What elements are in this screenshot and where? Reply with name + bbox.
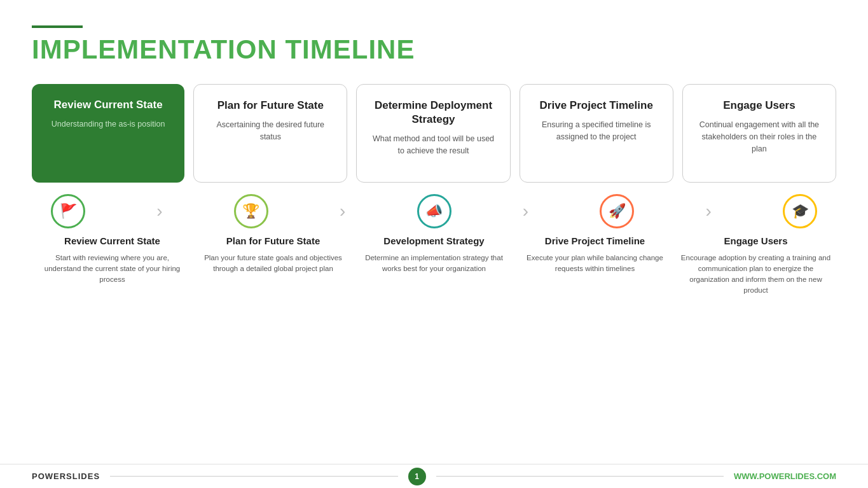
timeline-arrow-3: › [451, 201, 600, 221]
bottom-title-2: Plan for Future State [198, 235, 348, 247]
timeline-row: 🚩 › 🏆 › 📣 › 🚀 › [32, 194, 836, 228]
top-cards-row: Review Current State Understanding the a… [32, 84, 836, 183]
bottom-item-drive: Drive Project Timeline Execute your plan… [514, 235, 675, 296]
card-drive-project-timeline: Drive Project Timeline Ensuring a specif… [520, 84, 673, 183]
header-accent-line [32, 25, 83, 28]
rocket-icon: 🚀 [609, 203, 626, 220]
timeline-node-2: 🏆 [234, 194, 268, 228]
footer-brand-left: POWERSLIDES [32, 471, 100, 481]
bottom-labels-row: Review Current State Start with reviewin… [32, 235, 836, 296]
bottom-item-review: Review Current State Start with reviewin… [32, 235, 193, 296]
card-3-desc: What method and tool will be used to ach… [368, 133, 498, 157]
bottom-title-4: Drive Project Timeline [520, 235, 670, 247]
card-determine-deployment: Determine Deployment Strategy What metho… [356, 84, 510, 183]
timeline-node-4: 🚀 [600, 194, 634, 228]
card-3-title: Determine Deployment Strategy [368, 99, 498, 127]
footer-brand-right: WWW.POWERLIDES.COM [734, 471, 836, 481]
timeline-circle-4: 🚀 [600, 194, 634, 228]
footer-page-number: 1 [408, 468, 426, 485]
bottom-desc-1: Start with reviewing where you are, unde… [37, 253, 188, 286]
title-black: IMPLEMENTATION [32, 34, 285, 64]
bottom-title-3: Development Strategy [359, 235, 509, 247]
timeline-circle-2: 🏆 [234, 194, 268, 228]
card-1-title: Review Current State [43, 98, 173, 112]
timeline-arrow-1: › [85, 201, 234, 221]
megaphone-icon: 📣 [425, 203, 443, 220]
bottom-title-5: Engage Users [680, 235, 831, 247]
timeline-arrow-2: › [268, 201, 417, 221]
footer-line-left [110, 476, 397, 477]
card-5-title: Engage Users [694, 99, 824, 113]
bottom-item-engage: Engage Users Encourage adoption by creat… [675, 235, 836, 296]
bottom-item-plan: Plan for Future State Plan your future s… [193, 235, 354, 296]
card-engage-users: Engage Users Continual engagement with a… [682, 84, 836, 183]
header: IMPLEMENTATION TIMELINE [32, 25, 836, 65]
bottom-item-development: Development Strategy Determine an implem… [354, 235, 514, 296]
card-plan-future-state: Plan for Future State Ascertaining the d… [193, 84, 347, 183]
timeline-node-1: 🚩 [51, 194, 85, 228]
timeline-node-5: 🎓 [783, 194, 817, 228]
bottom-desc-5: Encourage adoption by creating a trainin… [680, 253, 831, 296]
timeline-arrow-4: › [634, 201, 783, 221]
card-2-title: Plan for Future State [205, 99, 335, 113]
timeline-circle-1: 🚩 [51, 194, 85, 228]
chevron-right-icon-4: › [705, 201, 711, 221]
timeline-circle-5: 🎓 [783, 194, 817, 228]
bottom-desc-3: Determine an implementation strategy tha… [359, 253, 509, 275]
trophy-icon: 🏆 [242, 203, 259, 220]
card-1-desc: Understanding the as-is position [43, 118, 173, 130]
page-title: IMPLEMENTATION TIMELINE [32, 34, 836, 65]
timeline-circle-3: 📣 [417, 194, 451, 228]
card-review-current-state: Review Current State Understanding the a… [32, 84, 184, 183]
card-2-desc: Ascertaining the desired future status [205, 119, 335, 143]
footer: POWERSLIDES 1 WWW.POWERLIDES.COM [0, 464, 868, 488]
title-green: TIMELINE [285, 34, 415, 64]
bottom-title-1: Review Current State [37, 235, 188, 247]
footer-line-right [436, 476, 724, 477]
chevron-right-icon-1: › [156, 201, 162, 221]
card-5-desc: Continual engagement with all the stakeh… [694, 119, 824, 155]
chevron-right-icon-2: › [340, 201, 345, 221]
chevron-right-icon-3: › [523, 201, 528, 221]
card-4-desc: Ensuring a specified timeline is assigne… [532, 119, 661, 143]
graduation-icon: 🎓 [792, 203, 809, 220]
card-4-title: Drive Project Timeline [532, 99, 661, 113]
bottom-desc-4: Execute your plan while balancing change… [520, 253, 670, 275]
bottom-desc-2: Plan your future state goals and objecti… [198, 253, 348, 275]
slide: IMPLEMENTATION TIMELINE Review Current S… [0, 0, 868, 488]
timeline-node-3: 📣 [417, 194, 451, 228]
flag-icon: 🚩 [60, 203, 77, 220]
